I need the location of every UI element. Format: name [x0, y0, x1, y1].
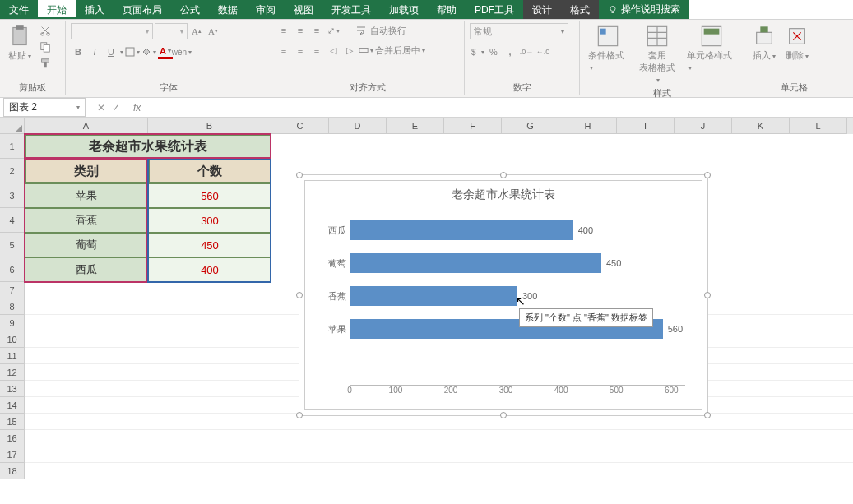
- align-bottom-button[interactable]: ≡: [309, 23, 324, 38]
- delete-cells-button[interactable]: 删除: [782, 23, 812, 63]
- bar[interactable]: [350, 220, 573, 240]
- tab-home[interactable]: 开始: [38, 0, 76, 19]
- row-header[interactable]: 10: [0, 331, 25, 348]
- row-header[interactable]: 15: [0, 414, 25, 430]
- comma-button[interactable]: ,: [503, 44, 517, 59]
- row-header[interactable]: 6: [0, 257, 25, 282]
- row-header[interactable]: 2: [0, 159, 25, 183]
- col-header[interactable]: F: [444, 118, 502, 134]
- wrap-text-button[interactable]: [354, 23, 369, 38]
- data-label[interactable]: 560: [668, 324, 683, 334]
- resize-handle[interactable]: [296, 172, 303, 178]
- col-header[interactable]: I: [617, 118, 675, 134]
- bar[interactable]: [350, 286, 517, 306]
- font-color-button[interactable]: A: [158, 44, 173, 59]
- row-header[interactable]: 4: [0, 208, 25, 233]
- tab-format[interactable]: 格式: [561, 0, 599, 19]
- format-painter-button[interactable]: [38, 56, 53, 71]
- increase-decimal-button[interactable]: .0→: [519, 44, 534, 59]
- cell-style-button[interactable]: 单元格样式: [684, 23, 739, 73]
- col-header[interactable]: A: [25, 118, 148, 134]
- row-header[interactable]: 9: [0, 315, 25, 331]
- col-header[interactable]: C: [271, 118, 329, 134]
- phonetic-button[interactable]: wén: [174, 44, 189, 59]
- indent-decrease-button[interactable]: ◁: [326, 43, 341, 58]
- percent-button[interactable]: %: [486, 44, 501, 59]
- underline-button[interactable]: U: [104, 44, 118, 59]
- data-label[interactable]: 400: [578, 225, 593, 235]
- resize-handle[interactable]: [704, 292, 711, 298]
- row-header[interactable]: 5: [0, 233, 25, 257]
- align-right-button[interactable]: ≡: [309, 43, 324, 58]
- align-center-button[interactable]: ≡: [293, 43, 308, 58]
- cell-grid[interactable]: 老余超市水果统计表 类别 个数 苹果 560 香蕉 300 葡萄 450 西瓜 …: [25, 134, 853, 504]
- number-format-select[interactable]: 常规▾: [470, 23, 568, 39]
- indent-increase-button[interactable]: ▷: [342, 43, 357, 58]
- table-cell[interactable]: 300: [148, 208, 271, 233]
- tab-pdf[interactable]: PDF工具: [466, 0, 523, 19]
- formula-input[interactable]: [146, 98, 853, 117]
- cut-button[interactable]: [38, 23, 53, 38]
- tab-addins[interactable]: 加载项: [380, 0, 428, 19]
- cell-header-category[interactable]: 类别: [25, 159, 148, 183]
- confirm-formula-button[interactable]: ✓: [112, 102, 120, 113]
- col-header[interactable]: E: [387, 118, 444, 134]
- row-header[interactable]: 18: [0, 463, 25, 479]
- chart-object[interactable]: 老余超市水果统计表 西瓜 400 葡萄 450: [299, 174, 708, 416]
- tab-help[interactable]: 帮助: [428, 0, 466, 19]
- merge-button[interactable]: [359, 43, 373, 58]
- table-format-button[interactable]: 套用 表格格式: [634, 23, 680, 86]
- col-header[interactable]: B: [148, 118, 271, 134]
- col-header[interactable]: L: [790, 118, 847, 134]
- resize-handle[interactable]: [500, 412, 507, 418]
- row-header[interactable]: 11: [0, 348, 25, 364]
- row-header[interactable]: 14: [0, 397, 25, 414]
- col-header[interactable]: K: [732, 118, 790, 134]
- tab-pagelayout[interactable]: 页面布局: [114, 0, 171, 19]
- tab-insert[interactable]: 插入: [76, 0, 114, 19]
- currency-button[interactable]: $: [470, 44, 484, 59]
- decrease-decimal-button[interactable]: ←.0: [535, 44, 550, 59]
- fx-icon[interactable]: fx: [128, 102, 146, 113]
- row-header[interactable]: 12: [0, 364, 25, 381]
- row-header[interactable]: 17: [0, 446, 25, 463]
- font-size-select[interactable]: ▾: [155, 23, 188, 39]
- resize-handle[interactable]: [500, 172, 507, 178]
- tab-data[interactable]: 数据: [209, 0, 247, 19]
- cell-header-count[interactable]: 个数: [148, 159, 271, 183]
- italic-button[interactable]: I: [87, 44, 102, 59]
- fill-color-button[interactable]: [141, 44, 156, 59]
- tab-review[interactable]: 审阅: [247, 0, 285, 19]
- select-all-corner[interactable]: [0, 118, 25, 134]
- resize-handle[interactable]: [704, 172, 711, 178]
- grow-font-button[interactable]: A▴: [189, 24, 204, 39]
- table-cell[interactable]: 400: [148, 257, 271, 282]
- table-cell[interactable]: 香蕉: [25, 208, 148, 233]
- shrink-font-button[interactable]: A▾: [206, 24, 220, 39]
- col-header[interactable]: D: [329, 118, 387, 134]
- cell-title[interactable]: 老余超市水果统计表: [25, 134, 271, 159]
- table-cell[interactable]: 葡萄: [25, 233, 148, 257]
- tab-formulas[interactable]: 公式: [171, 0, 209, 19]
- col-header[interactable]: H: [559, 118, 617, 134]
- row-header[interactable]: 7: [0, 282, 25, 298]
- bar[interactable]: [350, 253, 601, 273]
- border-button[interactable]: [125, 44, 140, 59]
- tab-view[interactable]: 视图: [285, 0, 322, 19]
- tab-design[interactable]: 设计: [523, 0, 561, 19]
- name-box[interactable]: 图表 2▾: [3, 98, 86, 117]
- font-family-select[interactable]: ▾: [71, 23, 153, 39]
- orientation-button[interactable]: ⤢: [326, 23, 341, 38]
- table-cell[interactable]: 西瓜: [25, 257, 148, 282]
- paste-button[interactable]: 粘贴: [5, 23, 35, 63]
- resize-handle[interactable]: [296, 292, 303, 298]
- copy-button[interactable]: [38, 39, 53, 54]
- conditional-format-button[interactable]: 条件格式: [585, 23, 631, 73]
- chart-title[interactable]: 老余超市水果统计表: [312, 187, 695, 202]
- align-middle-button[interactable]: ≡: [293, 23, 308, 38]
- align-left-button[interactable]: ≡: [276, 43, 291, 58]
- table-cell[interactable]: 450: [148, 233, 271, 257]
- bold-button[interactable]: B: [71, 44, 86, 59]
- tab-devtools[interactable]: 开发工具: [322, 0, 380, 19]
- cancel-formula-button[interactable]: ✕: [97, 102, 105, 113]
